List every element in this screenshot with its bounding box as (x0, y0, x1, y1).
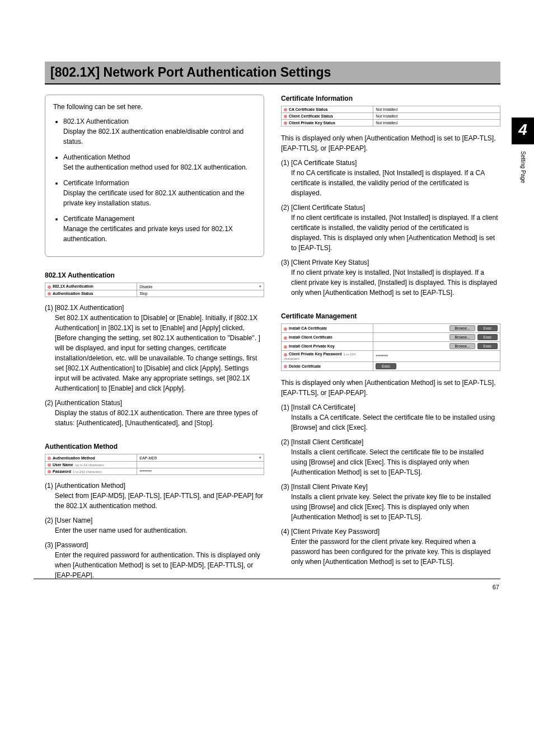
intro-item-body: Display the 802.1X authentication enable… (63, 126, 256, 147)
dropdown[interactable]: Disable▾ (139, 284, 261, 289)
method-table: Authentication MethodEAP-MD5▾User NameUp… (45, 454, 264, 475)
item-body: Select from [EAP-MD5], [EAP-TLS], [EAP-T… (55, 491, 264, 511)
page-number: 67 (493, 584, 499, 590)
item-body: If no CA certificate is installed, [Not … (291, 168, 500, 198)
bullet-icon (284, 327, 287, 331)
bullet-icon (284, 365, 287, 368)
value-text: Not Installed (376, 107, 397, 111)
intro-item-title: 802.1X Authentication (63, 118, 129, 125)
item-body: If no client certificate is installed, [… (291, 213, 500, 253)
row-label: Install CA Certificate (282, 324, 373, 333)
value-text[interactable]: ******** (139, 469, 152, 473)
item-head: (1) [Authentication Method] (45, 482, 264, 490)
intro-list: 802.1X AuthenticationDisplay the 802.1X … (53, 116, 256, 244)
item-body: Set 802.1X authentication to [Disable] o… (55, 313, 264, 393)
left-column: The following can be set here. 802.1X Au… (45, 95, 264, 584)
chevron-down-icon: ▾ (259, 284, 261, 289)
certinfo-note: This is displayed only when [Authenticat… (281, 133, 500, 153)
item-body: If no client private key is installed, [… (291, 267, 500, 298)
intro-item-body: Display the certificate used for 802.1X … (63, 188, 256, 208)
method-heading: Authentication Method (45, 443, 264, 450)
item-head: (3) [Install Client Private Key] (281, 483, 500, 491)
row-label: Authentication Status (45, 290, 137, 297)
bullet-icon (48, 457, 51, 460)
item-head: (3) [Client Private Key Status] (281, 259, 500, 266)
auth-table: 802.1X AuthenticationDisable▾Authenticat… (45, 283, 264, 297)
item-head: (1) [Install CA Certificate] (281, 403, 500, 411)
item-head: (1) [CA Certificate Status] (281, 159, 500, 167)
browse-button[interactable]: Browse... (449, 343, 475, 349)
item-body: Installs a CA certificate. Select the ce… (291, 412, 500, 433)
row-label: 802.1X Authentication (45, 283, 137, 290)
certmgmt-heading: Certificate Management (281, 312, 500, 320)
item-head: (1) [802.1X Authentication] (45, 304, 264, 312)
certmgmt-note: This is displayed only when [Authenticat… (281, 378, 500, 398)
row-label: CA Certificate Status (282, 106, 373, 113)
exec-button[interactable]: Exec (477, 325, 498, 331)
side-tab: 4 Setting Page (512, 118, 534, 183)
page-title: [802.1X] Network Port Authentication Set… (50, 65, 495, 80)
item-body: Enter the required password for authenti… (55, 550, 264, 580)
intro-item-title: Authentication Method (63, 153, 130, 161)
row-value[interactable]: EAP-MD5▾ (137, 454, 264, 462)
bullet-icon (284, 353, 287, 356)
intro-item: Certificate InformationDisplay the certi… (63, 178, 256, 208)
row-label: Authentication Method (45, 454, 137, 462)
right-column: Certificate Information CA Certificate S… (281, 95, 500, 584)
browse-button[interactable]: Browse... (449, 334, 475, 340)
bullet-icon (48, 292, 51, 295)
bullet-icon (48, 463, 51, 467)
row-value[interactable]: ******** (137, 468, 264, 475)
row-label: User NameUp to 63 characters (45, 462, 137, 468)
row-label: Delete Certificate (282, 361, 373, 370)
bullet-icon (284, 108, 287, 111)
exec-button[interactable]: Exec (376, 363, 396, 369)
row-value: Not Installed (373, 106, 500, 113)
auth-heading: 802.1X Authentication (45, 271, 264, 279)
certinfo-table: CA Certificate StatusNot InstalledClient… (281, 106, 500, 126)
chevron-down-icon: ▾ (259, 456, 261, 460)
row-value[interactable]: Browse...Exec (373, 342, 500, 351)
value-text[interactable]: Stop (139, 292, 147, 295)
bullet-icon (284, 336, 287, 340)
bullet-icon (48, 285, 51, 289)
item-head: (3) [Password] (45, 541, 264, 549)
row-label: Install Client Private Key (282, 342, 373, 351)
row-value[interactable] (137, 462, 264, 468)
row-value[interactable]: ******** (373, 351, 500, 361)
browse-button[interactable]: Browse... (449, 325, 475, 331)
row-value: Not Installed (373, 113, 500, 120)
row-value[interactable]: Disable▾ (137, 283, 264, 290)
row-value[interactable]: Browse...Exec (373, 333, 500, 342)
page-title-bar: [802.1X] Network Port Authentication Set… (45, 62, 500, 84)
exec-button[interactable]: Exec (477, 334, 498, 340)
intro-item: 802.1X AuthenticationDisplay the 802.1X … (63, 116, 256, 147)
intro-item-title: Certificate Information (63, 179, 129, 187)
item-body: Display the status of 802.1X authenticat… (55, 408, 264, 428)
item-body: Installs a client certificate. Select th… (291, 447, 500, 477)
dropdown[interactable]: EAP-MD5▾ (139, 456, 261, 460)
row-label: Install Client Certificate (282, 333, 373, 342)
chapter-number: 4 (512, 118, 534, 144)
item-head: (2) [Client Certificate Status] (281, 204, 500, 212)
intro-item: Authentication MethodSet the authenticat… (63, 152, 256, 172)
intro-box: The following can be set here. 802.1X Au… (45, 95, 264, 257)
certinfo-heading: Certificate Information (281, 95, 500, 102)
password-value[interactable]: ******** (376, 354, 388, 358)
exec-button[interactable]: Exec (477, 343, 498, 349)
row-value[interactable]: Exec (373, 361, 500, 370)
row-label: Client Private Key Status (282, 120, 373, 126)
value-text: Not Installed (376, 114, 397, 118)
value-text: Not Installed (376, 121, 397, 125)
row-value[interactable]: Browse...Exec (373, 324, 500, 333)
item-head: (2) [Install Client Certificate] (281, 438, 500, 446)
bullet-icon (284, 121, 287, 125)
row-label: Client Private Key Password1 to 234 char… (282, 351, 373, 361)
intro-item-body: Manage the certificates and private keys… (63, 224, 256, 244)
chapter-caption: Setting Page (520, 151, 526, 183)
footer-rule (34, 579, 500, 579)
row-label: Password1 to 242 characters (45, 468, 137, 475)
row-value[interactable]: Stop (137, 290, 264, 297)
intro-item-title: Certificate Management (63, 215, 134, 223)
intro-lead: The following can be set here. (53, 102, 256, 112)
